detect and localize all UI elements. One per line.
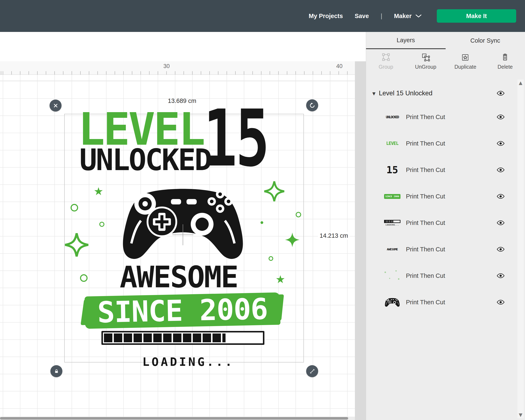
ungroup-label: UnGroup [415,64,436,70]
ring-shape [80,274,88,282]
visibility-eye-icon[interactable] [496,167,505,173]
layer-thumbnail: SINCE 2006 [381,186,404,206]
layer-type-label: Print Then Cut [404,272,496,279]
panel-scrollbar[interactable]: ▲ ▼ [517,79,524,418]
delete-button[interactable]: Delete [485,50,525,82]
artwork-loading-text: LOADING... [142,355,234,369]
visibility-eye-icon[interactable] [496,114,505,120]
chevron-down-icon [415,14,422,18]
layers-panel: Layers Color Sync Group [366,32,525,420]
artwork-awesome-text: AWESOME [120,262,238,292]
visibility-eye-icon[interactable] [496,90,505,96]
layer-thumbnail [381,266,404,286]
canvas-horizontal-scrollbar[interactable] [0,417,355,420]
make-it-button[interactable]: Make It [437,9,516,23]
save-link[interactable]: Save [355,13,369,19]
layer-row[interactable]: UNLOCKED Print Then Cut [366,104,516,130]
my-projects-link[interactable]: My Projects [309,13,343,19]
close-icon [53,103,58,108]
app-root: My Projects Save | Maker Make It H 14.21… [0,0,525,420]
layer-row[interactable]: Print Then Cut [366,289,516,315]
header-divider: | [381,13,382,19]
selection-box[interactable]: LEVEL 15 UNLOCKED ★ ★ AWESOME SIN [64,114,304,363]
ungroup-button[interactable]: UnGroup [406,50,445,82]
canvas-right-gutter [355,61,366,420]
game-controller-graphic [111,181,255,265]
game-controller-icon [384,297,401,308]
layer-actions: Group UnGroup Duplicate [366,49,525,82]
lock-handle[interactable] [50,365,62,377]
scroll-up-icon[interactable]: ▲ [517,80,524,85]
scroll-down-icon[interactable]: ▼ [517,412,524,418]
duplicate-button[interactable]: Duplicate [446,50,485,82]
layer-thumbnail: UNLOCKED [381,107,404,127]
ring-shape [99,222,104,227]
layer-thumbnail: LOADING... [381,213,404,233]
delete-label: Delete [497,64,513,70]
visibility-eye-icon[interactable] [496,220,505,226]
tab-layers[interactable]: Layers [366,32,446,49]
ruler-tick-label: 30 [163,63,170,69]
tab-color-sync[interactable]: Color Sync [446,32,525,49]
visibility-eye-icon[interactable] [496,140,505,146]
star-icon: ★ [94,186,103,197]
delete-handle[interactable] [50,100,62,112]
layer-thumbnail: LEVEL [381,133,404,153]
layer-row[interactable]: 15 Print Then Cut [366,157,516,183]
trash-icon [500,53,510,62]
layer-row[interactable]: SINCE 2006 Print Then Cut [366,183,516,210]
sparkle-icon [285,233,300,247]
artwork-unlocked-text: UNLOCKED [79,145,211,175]
selection-height-label: 14.213 cm [318,232,350,240]
sparkle-icon [264,181,284,201]
layer-type-label: Print Then Cut [404,219,496,226]
layer-type-label: Print Then Cut [404,140,496,147]
artwork-since-text: SINCE 2006 [97,292,268,329]
group-icon [381,53,391,62]
edit-toolbar: H 14.213 Rotate 0 Position X 24.346 Y 2.… [0,32,366,61]
layer-type-label: Print Then Cut [404,246,496,253]
scrollbar-thumb[interactable] [0,417,348,420]
layer-row[interactable]: LEVEL Print Then Cut [366,130,516,157]
machine-selector[interactable]: Maker [394,13,422,19]
group-button[interactable]: Group [366,50,406,82]
layer-row[interactable]: AWESOME Print Then Cut [366,236,516,262]
machine-label: Maker [394,13,412,19]
ring-shape [71,204,78,212]
collapse-arrow-icon[interactable]: ▾ [372,90,375,97]
sparkle-icon [65,233,88,257]
layer-group-header[interactable]: ▾ Level 15 Unlocked [366,83,516,104]
rotate-handle[interactable] [306,99,318,111]
duplicate-icon [461,53,470,62]
layer-list: ▾ Level 15 Unlocked UNLOCKED Print Then … [366,83,516,420]
star-icon: ★ [275,274,285,285]
layer-thumbnail: AWESOME [381,239,404,259]
lock-icon [54,369,59,374]
visibility-eye-icon[interactable] [496,273,505,279]
ruler-tick-label: 40 [336,63,343,69]
artwork-loading-bar [102,331,264,345]
dot-shape [261,221,263,224]
resize-handle[interactable] [306,365,318,377]
ungroup-icon [421,53,430,62]
layer-row[interactable]: LOADING... Print Then Cut [366,210,516,236]
ring-shape [296,212,301,217]
layer-row[interactable]: Print Then Cut [366,262,516,289]
visibility-eye-icon[interactable] [496,193,505,199]
layer-thumbnail: 15 [381,160,404,180]
layer-type-label: Print Then Cut [404,299,496,306]
layer-type-label: Print Then Cut [404,114,496,121]
duplicate-label: Duplicate [454,64,476,70]
rotate-icon [309,103,315,108]
design-canvas[interactable]: 13.689 cm 14.213 cm LEVEL 15 UNLOCKED ★ [0,75,355,420]
group-label: Group [379,64,393,70]
selection-center-crosshair [183,224,183,245]
ring-shape [269,256,273,261]
horizontal-ruler: 30 40 [0,61,355,75]
visibility-eye-icon[interactable] [496,246,505,252]
layer-thumbnail [381,292,404,312]
visibility-eye-icon[interactable] [496,299,505,305]
panel-tabs: Layers Color Sync [366,32,525,49]
artwork-15-text: 15 [203,100,268,178]
group-title: Level 15 Unlocked [379,89,496,97]
